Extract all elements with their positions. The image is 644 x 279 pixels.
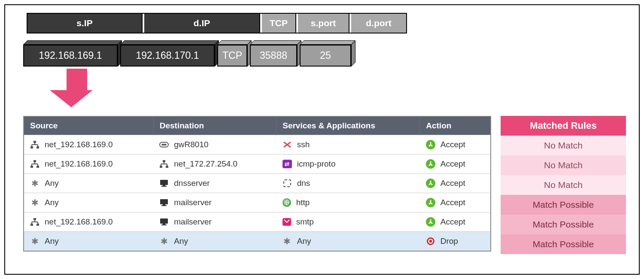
table-cell-source: net_192.168.169.0 [24, 135, 153, 155]
table-cell-dest: net_172.27.254.0 [153, 155, 276, 174]
table-cell-source: net_192.168.169.0 [24, 212, 153, 232]
matched-rules-panel: Matched Rules No MatchNo MatchNo MatchMa… [501, 116, 626, 254]
svg-rect-26 [160, 199, 168, 204]
table-row: net_192.168.169.0mailserversmtpAccept [24, 212, 491, 232]
cell-text: net_192.168.169.0 [45, 140, 113, 149]
packet-value: TCP [217, 45, 247, 67]
table-cell-action: Accept [420, 155, 491, 174]
rules-header-cell: Source [24, 116, 153, 135]
rules-header-cell: Destination [153, 116, 276, 135]
accept-icon [426, 159, 435, 169]
packet-header-cell: d.IP [144, 14, 260, 33]
svg-rect-14 [30, 166, 33, 168]
cell-text: net_192.168.169.0 [45, 159, 113, 169]
accept-icon [426, 179, 435, 188]
cell-text: mailserver [174, 198, 212, 207]
table-cell-svc: 🌐︎http [276, 193, 420, 212]
packet-header-cell: d.port [351, 14, 407, 33]
network-icon [30, 160, 39, 168]
network-icon [30, 218, 39, 226]
rules-header-cell: Action [420, 116, 491, 135]
matched-rules-title: Matched Rules [501, 116, 626, 136]
host-icon [159, 198, 169, 207]
packet-header-row: s.IPd.IPTCPs.portd.port [27, 13, 407, 33]
diagram-canvas: s.IPd.IPTCPs.portd.port 192.168.169.1192… [4, 4, 640, 275]
svg-rect-16 [163, 160, 165, 162]
cell-text: Accept [440, 179, 465, 188]
matched-row: No Match [501, 155, 626, 175]
table-cell-svc: ⇄icmp-proto [276, 155, 420, 174]
rules-header-cell: Services & Applications [276, 116, 420, 135]
cell-text: dns [297, 179, 310, 188]
cell-text: Any [45, 198, 59, 207]
packet-value: 192.168.170.1 [120, 45, 215, 67]
any-icon: ✱ [283, 237, 292, 246]
any-icon: ✱ [30, 179, 39, 188]
table-row: net_192.168.169.0gwR8010sshAccept [24, 135, 491, 155]
any-icon: ✱ [30, 237, 39, 246]
ssh-icon [283, 140, 292, 149]
table-row: ✱Anymailserver🌐︎httpAccept [24, 193, 491, 212]
svg-rect-38 [161, 224, 167, 225]
cell-text: Accept [440, 217, 465, 227]
table-cell-source: net_192.168.169.0 [24, 155, 153, 174]
cell-text: mailserver [174, 217, 212, 227]
table-row: ✱Any✱Any✱AnyDrop [24, 232, 491, 252]
table-cell-action: Accept [420, 174, 491, 193]
packet-header-cell: TCP [262, 14, 296, 33]
network-icon [159, 160, 169, 168]
table-cell-svc: dns [276, 174, 420, 193]
cell-text: Accept [440, 140, 465, 149]
accept-icon [426, 198, 435, 207]
matched-row: Match Possible [501, 195, 626, 215]
table-cell-source: ✱Any [24, 174, 153, 193]
svg-rect-23 [160, 180, 168, 185]
cell-text: gwR8010 [174, 140, 208, 149]
table-row: ✱AnydnsserverdnsAccept [24, 174, 491, 193]
cell-text: smtp [296, 217, 314, 227]
table-cell-dest: mailserver [153, 193, 276, 212]
table-cell-dest: ✱Any [153, 232, 276, 252]
table-cell-action: Accept [420, 135, 491, 155]
svg-rect-28 [161, 205, 167, 206]
svg-rect-21 [160, 166, 162, 168]
matched-row: No Match [501, 175, 626, 195]
cell-text: Drop [440, 237, 458, 246]
cell-text: Accept [440, 159, 465, 169]
svg-rect-22 [166, 166, 168, 168]
table-cell-source: ✱Any [24, 232, 153, 252]
cell-text: net_172.27.254.0 [174, 159, 237, 169]
packet-value-box: 192.168.170.1 [120, 45, 215, 67]
table-cell-source: ✱Any [24, 193, 153, 212]
globe-icon: 🌐︎ [283, 198, 291, 207]
cell-text: Accept [440, 198, 465, 207]
accept-icon [426, 217, 435, 227]
packet-value: 35888 [250, 45, 297, 67]
svg-rect-0 [33, 141, 36, 143]
packet-value: 25 [300, 45, 351, 67]
table-cell-svc: ✱Any [276, 232, 420, 252]
table-cell-dest: mailserver [153, 212, 276, 232]
cell-text: dnsserver [174, 179, 210, 188]
any-icon: ✱ [159, 237, 169, 246]
matched-row: No Match [501, 136, 626, 155]
svg-rect-34 [30, 224, 33, 226]
gateway-icon [159, 140, 169, 149]
packet-value-box: 192.168.169.1 [23, 45, 118, 67]
table-cell-svc: ssh [276, 135, 420, 155]
packet-header-cell: s.IP [27, 14, 143, 33]
mail-icon [283, 218, 291, 226]
svg-rect-35 [36, 224, 39, 226]
svg-rect-24 [163, 185, 165, 186]
host-icon [159, 218, 169, 226]
matched-row: Match Possible [501, 215, 626, 234]
svg-rect-37 [163, 224, 165, 224]
table-cell-svc: smtp [276, 212, 420, 232]
svg-rect-29 [33, 218, 36, 220]
cell-text: ssh [297, 140, 310, 149]
svg-rect-9 [33, 160, 36, 162]
packet-value-box: 25 [300, 45, 351, 67]
svg-rect-6 [36, 146, 39, 149]
table-row: net_192.168.169.0net_172.27.254.0⇄icmp-p… [24, 155, 491, 174]
firewall-rules-table: SourceDestinationServices & Applications… [23, 116, 491, 252]
